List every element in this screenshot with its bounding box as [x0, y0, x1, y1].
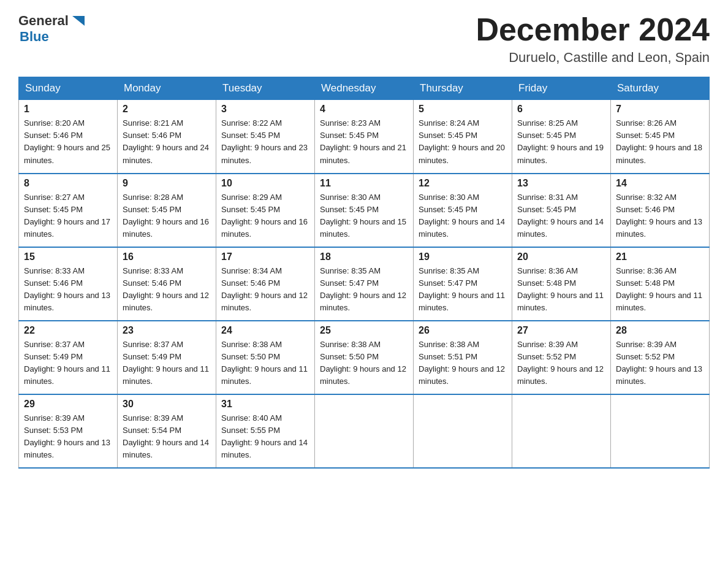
table-row: 29 Sunrise: 8:39 AM Sunset: 5:53 PM Dayl…: [19, 394, 118, 468]
day-info: Sunrise: 8:25 AM Sunset: 5:45 PM Dayligh…: [517, 117, 605, 167]
table-row: 9 Sunrise: 8:28 AM Sunset: 5:45 PM Dayli…: [118, 174, 216, 247]
day-number: 3: [221, 104, 309, 115]
day-number: 17: [221, 251, 309, 262]
day-info: Sunrise: 8:31 AM Sunset: 5:45 PM Dayligh…: [517, 191, 605, 241]
table-row: [315, 394, 414, 468]
title-area: December 2024 Duruelo, Castille and Leon…: [476, 12, 710, 66]
day-number: 18: [320, 251, 408, 262]
table-row: 28 Sunrise: 8:39 AM Sunset: 5:52 PM Dayl…: [611, 321, 710, 394]
day-info: Sunrise: 8:39 AM Sunset: 5:53 PM Dayligh…: [24, 412, 112, 462]
table-row: 26 Sunrise: 8:38 AM Sunset: 5:51 PM Dayl…: [414, 321, 512, 394]
table-row: 21 Sunrise: 8:36 AM Sunset: 5:48 PM Dayl…: [611, 247, 710, 321]
day-info: Sunrise: 8:29 AM Sunset: 5:45 PM Dayligh…: [221, 191, 309, 241]
table-row: 13 Sunrise: 8:31 AM Sunset: 5:45 PM Dayl…: [512, 174, 611, 247]
day-number: 1: [24, 104, 112, 115]
day-info: Sunrise: 8:23 AM Sunset: 5:45 PM Dayligh…: [320, 117, 408, 167]
table-row: 27 Sunrise: 8:39 AM Sunset: 5:52 PM Dayl…: [512, 321, 611, 394]
day-info: Sunrise: 8:38 AM Sunset: 5:51 PM Dayligh…: [419, 339, 507, 388]
table-row: 20 Sunrise: 8:36 AM Sunset: 5:48 PM Dayl…: [512, 247, 611, 321]
day-info: Sunrise: 8:32 AM Sunset: 5:46 PM Dayligh…: [616, 191, 704, 241]
table-row: 5 Sunrise: 8:24 AM Sunset: 5:45 PM Dayli…: [414, 100, 512, 174]
calendar-week-row: 1 Sunrise: 8:20 AM Sunset: 5:46 PM Dayli…: [19, 100, 710, 174]
table-row: 16 Sunrise: 8:33 AM Sunset: 5:46 PM Dayl…: [118, 247, 216, 321]
day-info: Sunrise: 8:39 AM Sunset: 5:54 PM Dayligh…: [123, 412, 211, 462]
month-title: December 2024: [476, 12, 710, 47]
table-row: 4 Sunrise: 8:23 AM Sunset: 5:45 PM Dayli…: [315, 100, 414, 174]
day-number: 21: [616, 251, 704, 262]
day-number: 23: [123, 325, 211, 336]
table-row: 7 Sunrise: 8:26 AM Sunset: 5:45 PM Dayli…: [611, 100, 710, 174]
table-row: 10 Sunrise: 8:29 AM Sunset: 5:45 PM Dayl…: [216, 174, 315, 247]
table-row: 23 Sunrise: 8:37 AM Sunset: 5:49 PM Dayl…: [118, 321, 216, 394]
day-number: 26: [419, 325, 507, 336]
header-friday: Friday: [512, 77, 611, 100]
day-info: Sunrise: 8:34 AM Sunset: 5:46 PM Dayligh…: [221, 265, 309, 315]
day-number: 15: [24, 251, 112, 262]
day-info: Sunrise: 8:37 AM Sunset: 5:49 PM Dayligh…: [24, 339, 112, 388]
table-row: 24 Sunrise: 8:38 AM Sunset: 5:50 PM Dayl…: [216, 321, 315, 394]
table-row: [611, 394, 710, 468]
header-wednesday: Wednesday: [315, 77, 414, 100]
page-header: General Blue December 2024 Duruelo, Cast…: [18, 12, 710, 66]
day-info: Sunrise: 8:35 AM Sunset: 5:47 PM Dayligh…: [320, 265, 408, 315]
table-row: 19 Sunrise: 8:35 AM Sunset: 5:47 PM Dayl…: [414, 247, 512, 321]
day-number: 25: [320, 325, 408, 336]
table-row: 11 Sunrise: 8:30 AM Sunset: 5:45 PM Dayl…: [315, 174, 414, 247]
day-info: Sunrise: 8:35 AM Sunset: 5:47 PM Dayligh…: [419, 265, 507, 315]
day-info: Sunrise: 8:21 AM Sunset: 5:46 PM Dayligh…: [123, 117, 211, 167]
logo-triangle-icon: [70, 12, 87, 29]
table-row: 18 Sunrise: 8:35 AM Sunset: 5:47 PM Dayl…: [315, 247, 414, 321]
day-number: 8: [24, 178, 112, 189]
day-number: 7: [616, 104, 704, 115]
day-number: 20: [517, 251, 605, 262]
table-row: 1 Sunrise: 8:20 AM Sunset: 5:46 PM Dayli…: [19, 100, 118, 174]
day-info: Sunrise: 8:40 AM Sunset: 5:55 PM Dayligh…: [221, 412, 309, 462]
day-number: 19: [419, 251, 507, 262]
table-row: 8 Sunrise: 8:27 AM Sunset: 5:45 PM Dayli…: [19, 174, 118, 247]
header-monday: Monday: [118, 77, 216, 100]
svg-marker-0: [72, 16, 85, 26]
calendar-week-row: 15 Sunrise: 8:33 AM Sunset: 5:46 PM Dayl…: [19, 247, 710, 321]
day-info: Sunrise: 8:30 AM Sunset: 5:45 PM Dayligh…: [320, 191, 408, 241]
day-info: Sunrise: 8:38 AM Sunset: 5:50 PM Dayligh…: [320, 339, 408, 388]
table-row: 12 Sunrise: 8:30 AM Sunset: 5:45 PM Dayl…: [414, 174, 512, 247]
table-row: 3 Sunrise: 8:22 AM Sunset: 5:45 PM Dayli…: [216, 100, 315, 174]
table-row: 17 Sunrise: 8:34 AM Sunset: 5:46 PM Dayl…: [216, 247, 315, 321]
day-number: 13: [517, 178, 605, 189]
calendar-week-row: 8 Sunrise: 8:27 AM Sunset: 5:45 PM Dayli…: [19, 174, 710, 247]
table-row: 25 Sunrise: 8:38 AM Sunset: 5:50 PM Dayl…: [315, 321, 414, 394]
header-thursday: Thursday: [414, 77, 512, 100]
table-row: 30 Sunrise: 8:39 AM Sunset: 5:54 PM Dayl…: [118, 394, 216, 468]
header-tuesday: Tuesday: [216, 77, 315, 100]
table-row: 6 Sunrise: 8:25 AM Sunset: 5:45 PM Dayli…: [512, 100, 611, 174]
table-row: 15 Sunrise: 8:33 AM Sunset: 5:46 PM Dayl…: [19, 247, 118, 321]
day-info: Sunrise: 8:24 AM Sunset: 5:45 PM Dayligh…: [419, 117, 507, 167]
day-number: 22: [24, 325, 112, 336]
day-number: 10: [221, 178, 309, 189]
day-info: Sunrise: 8:26 AM Sunset: 5:45 PM Dayligh…: [616, 117, 704, 167]
calendar-table: Sunday Monday Tuesday Wednesday Thursday…: [18, 77, 710, 469]
day-number: 5: [419, 104, 507, 115]
day-number: 4: [320, 104, 408, 115]
day-info: Sunrise: 8:39 AM Sunset: 5:52 PM Dayligh…: [616, 339, 704, 388]
day-number: 12: [419, 178, 507, 189]
day-info: Sunrise: 8:20 AM Sunset: 5:46 PM Dayligh…: [24, 117, 112, 167]
day-info: Sunrise: 8:30 AM Sunset: 5:45 PM Dayligh…: [419, 191, 507, 241]
day-info: Sunrise: 8:28 AM Sunset: 5:45 PM Dayligh…: [123, 191, 211, 241]
day-info: Sunrise: 8:27 AM Sunset: 5:45 PM Dayligh…: [24, 191, 112, 241]
day-number: 11: [320, 178, 408, 189]
day-number: 2: [123, 104, 211, 115]
day-number: 31: [221, 399, 309, 410]
header-saturday: Saturday: [611, 77, 710, 100]
logo-general: General: [18, 13, 69, 28]
day-info: Sunrise: 8:37 AM Sunset: 5:49 PM Dayligh…: [123, 339, 211, 388]
calendar-week-row: 29 Sunrise: 8:39 AM Sunset: 5:53 PM Dayl…: [19, 394, 710, 468]
day-number: 24: [221, 325, 309, 336]
day-info: Sunrise: 8:33 AM Sunset: 5:46 PM Dayligh…: [123, 265, 211, 315]
day-number: 6: [517, 104, 605, 115]
calendar-header-row: Sunday Monday Tuesday Wednesday Thursday…: [19, 77, 710, 100]
day-info: Sunrise: 8:33 AM Sunset: 5:46 PM Dayligh…: [24, 265, 112, 315]
day-number: 9: [123, 178, 211, 189]
table-row: [414, 394, 512, 468]
table-row: 22 Sunrise: 8:37 AM Sunset: 5:49 PM Dayl…: [19, 321, 118, 394]
